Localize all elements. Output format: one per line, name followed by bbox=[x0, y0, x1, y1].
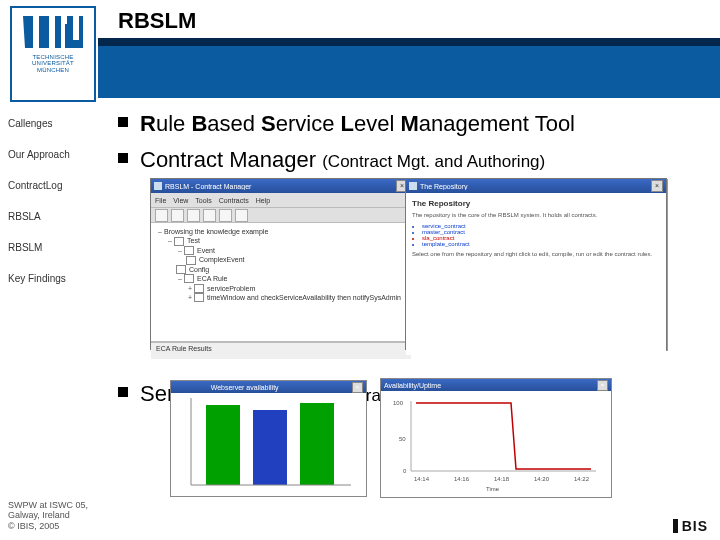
bullet-1: Rule Based Service Level Management Tool bbox=[118, 110, 700, 138]
sidebar-item-rbslm[interactable]: RBSLM bbox=[8, 242, 96, 253]
repo-heading: The Repository bbox=[412, 199, 660, 208]
bullet-icon bbox=[118, 387, 128, 397]
sidebar-item-keyfindings[interactable]: Key Findings bbox=[8, 273, 96, 284]
tree-view[interactable]: –Browsing the knowledge example –Test –E… bbox=[151, 223, 411, 342]
sidebar-item-challenges[interactable]: Callenges bbox=[8, 118, 96, 129]
svg-text:100: 100 bbox=[393, 400, 404, 406]
svg-rect-3 bbox=[300, 403, 334, 485]
repo-text: The repository is the core of the RBSLM … bbox=[412, 212, 660, 219]
content-area: Rule Based Service Level Management Tool… bbox=[118, 110, 700, 181]
repository-body: The Repository The repository is the cor… bbox=[406, 193, 666, 355]
window-title: RBSLM - Contract Manager bbox=[165, 183, 396, 190]
bar-chart bbox=[171, 393, 366, 494]
svg-text:14:18: 14:18 bbox=[494, 476, 510, 482]
window-title: The Repository bbox=[420, 183, 651, 190]
svg-rect-1 bbox=[206, 405, 240, 485]
toolbar-button[interactable] bbox=[155, 209, 168, 222]
chart-title: Webserver availability bbox=[211, 384, 279, 391]
chart-availability-uptime: Availability/Uptime× 100 50 0 14:14 14:1… bbox=[380, 378, 612, 498]
toolbar-button[interactable] bbox=[187, 209, 200, 222]
menu-contracts[interactable]: Contracts bbox=[219, 197, 249, 204]
footer-text: SWPW at ISWC 05, Galway, Ireland © IBIS,… bbox=[8, 500, 88, 532]
bullet-2: Contract Manager (Contract Mgt. and Auth… bbox=[118, 146, 700, 174]
svg-rect-2 bbox=[253, 410, 287, 485]
tum-logo-icon bbox=[21, 14, 85, 50]
close-icon[interactable]: × bbox=[352, 382, 363, 393]
toolbar-button[interactable] bbox=[219, 209, 232, 222]
bullet-icon bbox=[118, 117, 128, 127]
toolbar bbox=[151, 208, 411, 223]
repository-window[interactable]: The Repository × The Repository The repo… bbox=[405, 178, 667, 350]
menu-tools[interactable]: Tools bbox=[195, 197, 211, 204]
menu-help[interactable]: Help bbox=[256, 197, 270, 204]
slide-title: RBSLM bbox=[118, 8, 196, 34]
bullet-icon bbox=[118, 153, 128, 163]
close-icon[interactable]: × bbox=[651, 180, 663, 192]
repo-text: Select one from the repository and right… bbox=[412, 251, 660, 258]
menu-view[interactable]: View bbox=[173, 197, 188, 204]
svg-text:14:16: 14:16 bbox=[454, 476, 470, 482]
results-tab[interactable]: ECA Rule Results bbox=[151, 342, 411, 359]
sidebar-nav: Callenges Our Approach ContractLog RBSLA… bbox=[8, 118, 96, 304]
sidebar-item-contractlog[interactable]: ContractLog bbox=[8, 180, 96, 191]
sidebar-item-approach[interactable]: Our Approach bbox=[8, 149, 96, 160]
menu-file[interactable]: File bbox=[155, 197, 166, 204]
chart-webserver-availability: Webserver availability× bbox=[170, 380, 367, 497]
toolbar-button[interactable] bbox=[171, 209, 184, 222]
close-icon[interactable]: × bbox=[597, 380, 608, 391]
header: RBSLM TECHNISCHEUNIVERSITÄTMÜNCHEN bbox=[0, 0, 720, 100]
svg-text:Time: Time bbox=[486, 486, 500, 492]
app-icon bbox=[409, 182, 417, 190]
menubar: File View Tools Contracts Help bbox=[151, 193, 411, 208]
svg-text:50: 50 bbox=[399, 436, 406, 442]
sidebar-item-rbsla[interactable]: RBSLA bbox=[8, 211, 96, 222]
contract-manager-window[interactable]: RBSLM - Contract Manager × File View Too… bbox=[150, 178, 412, 350]
repo-link[interactable]: template_contract bbox=[422, 241, 660, 247]
ibis-logo: BIS bbox=[673, 518, 708, 534]
svg-text:14:20: 14:20 bbox=[534, 476, 550, 482]
chart-title: Availability/Uptime bbox=[384, 382, 441, 389]
line-chart: 100 50 0 14:14 14:16 14:18 14:20 14:22 T… bbox=[381, 391, 611, 495]
toolbar-button[interactable] bbox=[235, 209, 248, 222]
svg-text:14:14: 14:14 bbox=[414, 476, 430, 482]
toolbar-button[interactable] bbox=[203, 209, 216, 222]
app-icon bbox=[154, 182, 162, 190]
svg-text:14:22: 14:22 bbox=[574, 476, 590, 482]
university-logo: TECHNISCHEUNIVERSITÄTMÜNCHEN bbox=[10, 6, 96, 102]
repo-link-list: service_contract master_contract sla_con… bbox=[422, 223, 660, 247]
